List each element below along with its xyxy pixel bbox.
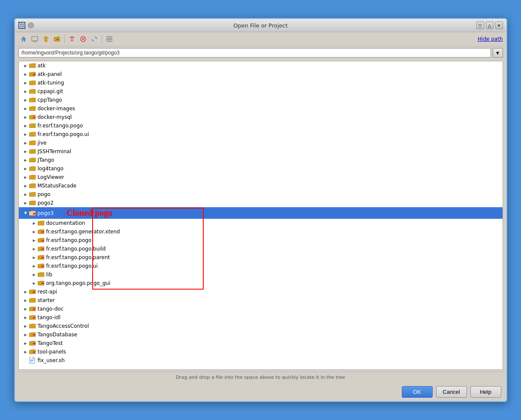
title-controls: ▽ △ ✕: [476, 21, 503, 29]
desktop-button[interactable]: [30, 34, 40, 44]
item-label: atk-panel: [38, 71, 62, 77]
folder-icon: [38, 220, 45, 226]
svg-rect-5: [33, 41, 36, 42]
tree-item[interactable]: ▶ git fr.esrf.tango.pogo.parent: [19, 253, 503, 262]
folder-icon: git: [29, 349, 36, 355]
tree-item[interactable]: ▶ git org.tango.pogo.pogo_gui: [19, 279, 503, 287]
item-label: TangoDatabase: [38, 332, 78, 338]
tree-item[interactable]: ▶ fr.esrf.tango.pogo.ui: [19, 130, 503, 139]
item-label: cppapi.git: [38, 88, 63, 94]
folder-new-button[interactable]: [52, 34, 62, 44]
tree-item[interactable]: ▶ cppapi.git: [19, 87, 503, 96]
path-expand-button[interactable]: ▾: [493, 48, 503, 57]
maximize-button[interactable]: △: [486, 21, 494, 29]
tree-item[interactable]: fix_user.sh: [19, 356, 503, 365]
file-tree[interactable]: ▶ atk ▶ git atk-panel ▶ atk-tuning ▶ cpp…: [18, 61, 503, 370]
tree-item[interactable]: ▶ LogViewer: [19, 173, 503, 181]
folder-icon: git: [38, 237, 45, 243]
svg-text:git: git: [33, 317, 36, 320]
item-label: starter: [38, 297, 55, 303]
tree-item[interactable]: ▶ JSSHTerminal: [19, 147, 503, 156]
tree-item[interactable]: ▶ git tool-panels: [19, 347, 503, 356]
tree-item[interactable]: ▶ git TangoDatabase: [19, 330, 503, 339]
folder-icon: git: [29, 71, 36, 77]
tree-item[interactable]: ▶ jive: [19, 139, 503, 147]
tree-item[interactable]: ▶ MStatusFacade: [19, 181, 503, 190]
folder-icon: git: [38, 229, 45, 235]
folder-icon: [29, 123, 36, 129]
status-text: Drag and drop a file into the space abov…: [176, 375, 345, 380]
item-label: TangoTest: [38, 340, 63, 346]
delete-button[interactable]: [67, 34, 77, 44]
tree-item[interactable]: ▶ git fr.esrf.tango.pogo.ui: [19, 262, 503, 270]
ok-button[interactable]: OK: [402, 386, 433, 398]
path-input[interactable]: [18, 48, 491, 57]
file-icon: [29, 357, 36, 364]
svg-text:git: git: [33, 352, 36, 354]
svg-rect-53: [30, 360, 33, 360]
tree-item[interactable]: ▶ atk: [19, 61, 503, 70]
tree-item[interactable]: ▶ lib: [19, 270, 503, 279]
tree-item[interactable]: ▼ git pogo3 Cloned pogo: [19, 207, 503, 219]
svg-text:git: git: [42, 232, 45, 234]
tree-item[interactable]: ▶ cppTango: [19, 96, 503, 104]
cloned-label: Cloned pogo: [66, 208, 112, 218]
item-label: pogo3: [38, 210, 54, 216]
toolbar-sep-1: [64, 35, 65, 43]
tree-item[interactable]: ▶ pogo: [19, 190, 503, 199]
tree-item[interactable]: ▶ documentation: [19, 219, 503, 227]
minimize-button[interactable]: ▽: [476, 21, 484, 29]
svg-rect-10: [71, 37, 73, 41]
tree-item[interactable]: ▶ log4tango: [19, 164, 503, 173]
item-label: docker-mysql: [38, 114, 72, 120]
folder-icon: [29, 297, 36, 303]
folder-up-button[interactable]: [41, 34, 51, 44]
item-label: fr.esrf.tango.pogo: [38, 123, 83, 129]
item-label: rest-api: [38, 289, 57, 295]
tree-item[interactable]: ▶ git tango-doc: [19, 305, 503, 313]
path-bar: ▾: [15, 46, 506, 59]
close-button[interactable]: ✕: [495, 21, 503, 29]
app-icon: [18, 22, 25, 29]
bottom-buttons: OK Cancel Help: [15, 383, 506, 401]
home-button[interactable]: [18, 34, 29, 44]
folder-icon: [38, 272, 45, 278]
title-bar-left: [18, 22, 34, 29]
tree-item[interactable]: ▶ git fr.esrf.tango.generator.xtend: [19, 227, 503, 236]
tree-item[interactable]: ▶ fr.esrf.tango.pogo: [19, 121, 503, 130]
tree-item[interactable]: ▶ git fr.esrf.tango.pogo.build: [19, 245, 503, 253]
tree-item[interactable]: ▶ git TangoTest: [19, 339, 503, 347]
tree-item[interactable]: ▶ JTango: [19, 156, 503, 164]
help-button[interactable]: Help: [470, 386, 501, 398]
cancel-button[interactable]: Cancel: [436, 386, 467, 398]
item-label: fr.esrf.tango.pogo.ui: [46, 263, 98, 269]
tree-item[interactable]: ▶ TangoAccessControl: [19, 322, 503, 330]
folder-icon: git: [29, 306, 36, 312]
tree-item[interactable]: ▶ atk-tuning: [19, 79, 503, 87]
svg-rect-3: [21, 26, 22, 27]
folder-icon: git: [38, 280, 45, 286]
folder-icon: [29, 323, 36, 329]
tree-item[interactable]: ▶ git docker-mysql: [19, 113, 503, 121]
grid-view-button[interactable]: [104, 34, 114, 44]
tree-item[interactable]: ▶ git rest-api: [19, 287, 503, 296]
tree-item[interactable]: ▶ docker-images: [19, 104, 503, 113]
item-label: MStatusFacade: [38, 183, 77, 189]
item-label: fr.esrf.tango.generator.xtend: [46, 229, 120, 235]
tree-item[interactable]: ▶ starter: [19, 296, 503, 305]
tree-item[interactable]: ▶ git fr.esrf.tango.pogo: [19, 236, 503, 245]
svg-rect-2: [21, 25, 23, 26]
item-label: tool-panels: [38, 349, 66, 355]
item-label: docker-images: [38, 106, 75, 112]
tree-item[interactable]: ▶ git tango-idl: [19, 313, 503, 322]
svg-rect-1: [21, 24, 23, 25]
hide-path-button[interactable]: Hide path: [478, 36, 503, 42]
svg-text:git: git: [33, 343, 36, 345]
item-label: fr.esrf.tango.pogo.build: [46, 246, 106, 252]
refresh-button[interactable]: [89, 34, 99, 44]
tree-item[interactable]: ▶ pogo2: [19, 199, 503, 207]
tree-item[interactable]: ▶ git atk-panel: [19, 70, 503, 79]
cancel-button-toolbar[interactable]: [78, 34, 88, 44]
svg-text:git: git: [33, 335, 36, 337]
dialog-title: Open File or Project: [233, 22, 288, 29]
